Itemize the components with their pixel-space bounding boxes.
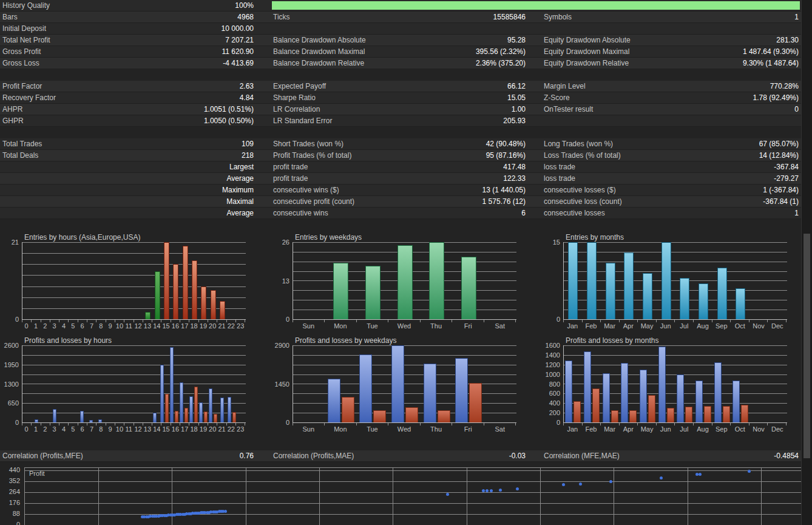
x-tick-label: 17 bbox=[180, 425, 189, 433]
bar-slot bbox=[69, 242, 78, 319]
stat-cell: Average bbox=[0, 208, 271, 218]
gridline-vertical bbox=[614, 467, 614, 525]
stat-value: 67 (85.07%) bbox=[759, 138, 801, 149]
chart-title: Profits and losses by hours bbox=[24, 336, 271, 345]
stat-cell bbox=[541, 23, 801, 34]
entries-bar bbox=[661, 242, 671, 319]
plot-area bbox=[293, 242, 516, 320]
data-point bbox=[609, 480, 612, 483]
plot-area bbox=[563, 345, 787, 423]
stat-label: Gross Profit bbox=[0, 46, 41, 57]
bar-slot bbox=[50, 242, 59, 319]
chart-profits-and-losses-by-weekdays: Profits and losses by weekdays014502900S… bbox=[271, 336, 541, 436]
stat-cell: OnTester result0 bbox=[541, 104, 801, 115]
bar-slot bbox=[162, 242, 171, 319]
x-tick-label: Tue bbox=[356, 425, 388, 433]
profit-bar bbox=[80, 411, 84, 422]
bar-slot bbox=[389, 345, 421, 422]
stat-cell: History Quality100% bbox=[0, 0, 271, 11]
bar-slot bbox=[694, 242, 713, 319]
stat-label: LR Correlation bbox=[271, 104, 320, 115]
stat-label: Equity Drawdown Relative bbox=[541, 58, 629, 69]
stat-cell: consecutive profit (count)1 575.76 (12) bbox=[271, 196, 541, 207]
bar-slot bbox=[123, 345, 132, 422]
stat-cell: Long Trades (won %)67 (85.07%) bbox=[541, 138, 801, 149]
x-tick-label: Oct bbox=[731, 425, 749, 433]
entries-bar bbox=[587, 242, 597, 319]
stat-value: 100% bbox=[235, 0, 271, 11]
data-point bbox=[490, 489, 493, 492]
bar-slot bbox=[731, 345, 750, 422]
stat-label: Total Deals bbox=[0, 150, 38, 161]
y-axis: 014502900 bbox=[271, 345, 293, 422]
bar-slot bbox=[675, 345, 694, 422]
y-axis: 015 bbox=[541, 242, 563, 319]
entries-bar bbox=[201, 286, 206, 319]
x-tick-label: 21 bbox=[217, 322, 226, 330]
stat-label: LR Standard Error bbox=[271, 115, 332, 126]
scrollbar-thumb[interactable] bbox=[804, 234, 810, 458]
entries-bar bbox=[624, 252, 634, 319]
chart-body: 015 bbox=[541, 242, 812, 320]
x-tick-label: 15 bbox=[161, 322, 171, 330]
stat-value: 218 bbox=[242, 150, 271, 161]
stat-cell: consecutive loss (count)-367.84 (1) bbox=[541, 196, 801, 207]
loss-bar bbox=[469, 383, 482, 422]
x-tick-label: Dec bbox=[768, 322, 787, 330]
x-tick-label: 2 bbox=[41, 322, 50, 330]
gridline-vertical bbox=[540, 467, 541, 525]
stat-label: Gross Loss bbox=[0, 58, 39, 69]
y-tick-label: 264 bbox=[0, 488, 20, 495]
profit-bar bbox=[677, 374, 684, 422]
entries-bar bbox=[192, 260, 197, 319]
chart-entries-by-hours-asia-europe-usa: Entries by hours (Asia,Europe,USA)021012… bbox=[0, 232, 271, 333]
stat-label: Long Trades (won %) bbox=[541, 138, 613, 149]
bar-slot bbox=[218, 345, 227, 422]
y-tick-label: 176 bbox=[0, 499, 20, 506]
stats-row: Gross Profit11 620.90Balance Drawdown Ma… bbox=[0, 46, 801, 58]
stat-cell: loss trade-367.84 bbox=[541, 161, 801, 172]
bar-slots bbox=[564, 345, 787, 422]
x-tick-label: Nov bbox=[749, 322, 768, 330]
bar-slot bbox=[325, 242, 357, 319]
vertical-scrollbar[interactable] bbox=[801, 0, 812, 525]
bar-slot bbox=[160, 345, 169, 422]
chart-title: Entries by hours (Asia,Europe,USA) bbox=[24, 232, 271, 242]
bar-slot bbox=[189, 345, 198, 422]
stat-cell: Symbols1 bbox=[541, 12, 801, 22]
data-point bbox=[516, 487, 519, 490]
x-tick-label: Wed bbox=[388, 425, 421, 433]
x-labels: JanFebMarAprMayJunJulAugSepOctNovDec bbox=[563, 322, 787, 330]
chart-title: Profits and losses by weekdays bbox=[295, 336, 541, 345]
profit-bar bbox=[220, 398, 224, 422]
data-point bbox=[748, 470, 751, 473]
entries-bar bbox=[736, 288, 745, 319]
bar-slot bbox=[179, 345, 189, 422]
data-point bbox=[562, 483, 565, 486]
x-tick-label: 6 bbox=[78, 322, 87, 330]
stats-gap bbox=[0, 69, 801, 81]
bar-slot bbox=[583, 345, 601, 422]
bar-slot bbox=[768, 345, 787, 422]
chart-body: 014502900 bbox=[271, 345, 541, 423]
stat-value bbox=[526, 23, 541, 34]
stat-cell: consecutive wins ($)13 (1 440.05) bbox=[271, 185, 541, 195]
entries-bar bbox=[173, 264, 178, 319]
data-point bbox=[699, 473, 702, 476]
stat-label bbox=[0, 196, 2, 207]
stat-label: consecutive losses bbox=[541, 208, 605, 218]
stat-label: profit trade bbox=[271, 161, 308, 172]
stat-cell: Z-Score1.78 (92.49%) bbox=[541, 92, 801, 103]
stat-cell: Expected Payoff66.12 bbox=[271, 81, 541, 92]
y-tick-label: 2600 bbox=[0, 342, 19, 349]
profit-bar bbox=[695, 381, 703, 422]
profit-bar bbox=[170, 347, 174, 422]
x-tick-label: May bbox=[638, 322, 657, 330]
x-tick-label: 0 bbox=[22, 322, 31, 330]
stat-label: consecutive loss (count) bbox=[541, 196, 622, 207]
history-quality-progress-bar bbox=[272, 1, 800, 10]
profit-bar bbox=[89, 420, 93, 422]
stat-value: 1.0051 (0.51%) bbox=[204, 104, 271, 115]
data-point bbox=[499, 489, 502, 492]
stat-cell: AHPR1.0051 (0.51%) bbox=[0, 104, 271, 115]
